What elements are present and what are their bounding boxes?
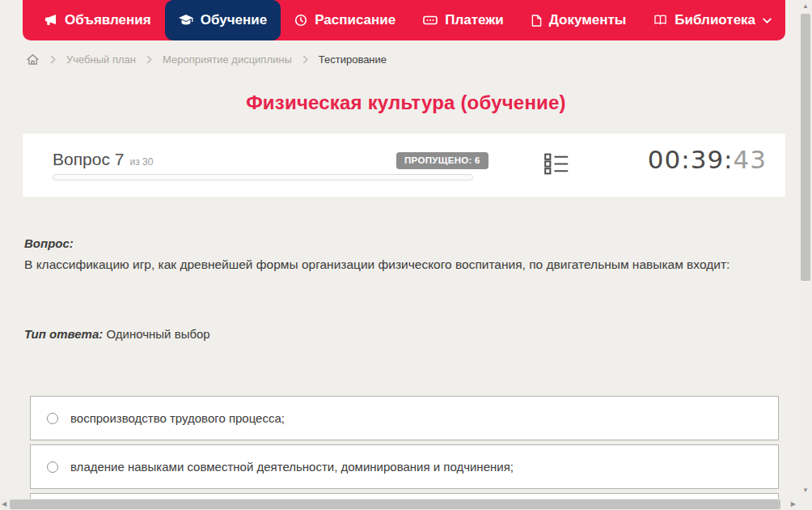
chevron-right-icon <box>302 55 308 64</box>
question-number-row: Вопрос 7 из 30 <box>53 150 153 169</box>
vertical-scrollbar-thumb[interactable] <box>801 14 810 281</box>
answer-option-2[interactable]: владение навыками совместной деятельност… <box>30 444 779 489</box>
question-counter: из 30 <box>129 156 153 168</box>
nav-item-schedule[interactable]: Расписание <box>281 0 409 40</box>
question-text: В классификацию игр, как древнейшей форм… <box>24 254 764 275</box>
nav-item-learning[interactable]: Обучение <box>165 0 281 40</box>
timer: 00:39:43 <box>648 145 767 174</box>
nav-item-label: Обучение <box>201 12 267 28</box>
radio-button-icon[interactable] <box>47 461 58 473</box>
book-icon <box>653 15 667 26</box>
answer-type-value: Одиночный выбор <box>106 327 209 341</box>
nav-item-label: Платежи <box>445 12 504 28</box>
scroll-up-arrow-icon[interactable]: ▲ <box>799 2 812 11</box>
nav-item-label: Расписание <box>315 12 395 28</box>
scroll-down-arrow-icon[interactable]: ▼ <box>799 487 812 495</box>
answer-type-label: Тип ответа: <box>24 327 103 341</box>
breadcrumb: Учебный план Мероприятие дисциплины Тест… <box>26 50 387 68</box>
horizontal-scrollbar[interactable]: ◀ ▶ <box>0 499 799 510</box>
skipped-badge: ПРОПУЩЕНО: 6 <box>396 152 488 169</box>
nav-item-label: Документы <box>549 12 627 28</box>
question-number: Вопрос 7 <box>53 150 124 169</box>
nav-item-library[interactable]: Библиотека <box>640 0 785 40</box>
question-label: Вопрос: <box>24 236 74 250</box>
megaphone-icon <box>44 14 57 27</box>
vertical-scrollbar[interactable]: ▲ ▼ <box>799 0 812 510</box>
document-icon <box>531 15 542 27</box>
progress-bar <box>53 174 473 181</box>
graduation-cap-icon <box>179 15 193 26</box>
chevron-down-icon <box>763 18 772 23</box>
timer-seconds: 43 <box>734 145 767 174</box>
nav-item-label: Объявления <box>65 12 151 28</box>
question-list-icon <box>544 153 569 178</box>
nav-item-documents[interactable]: Документы <box>518 0 641 40</box>
clock-icon <box>294 14 307 27</box>
home-icon[interactable] <box>26 53 40 66</box>
breadcrumb-item-discipline-event[interactable]: Мероприятие дисциплины <box>163 53 292 66</box>
breadcrumb-item-curriculum[interactable]: Учебный план <box>66 53 136 66</box>
answer-option-1[interactable]: воспроизводство трудового процесса; <box>30 396 779 440</box>
nav-item-payments[interactable]: Платежи <box>409 0 518 40</box>
quiz-page: Объявления Обучение Расписание Платежи Д… <box>0 0 812 510</box>
answer-option-text: владение навыками совместной деятельност… <box>70 460 514 474</box>
chevron-right-icon <box>50 55 56 64</box>
radio-button-icon[interactable] <box>47 413 58 424</box>
answer-type-row: Тип ответа: Одиночный выбор <box>24 327 210 341</box>
breadcrumb-item-testing: Тестирование <box>319 53 387 66</box>
page-title: Физическая культура (обучение) <box>0 91 812 114</box>
chevron-right-icon <box>146 55 152 64</box>
nav-item-label: Библиотека <box>675 12 755 28</box>
timer-hours-minutes: 00:39: <box>648 145 734 174</box>
question-list-button[interactable] <box>543 154 569 176</box>
top-navigation: Объявления Обучение Расписание Платежи Д… <box>23 0 785 40</box>
question-header-card: Вопрос 7 из 30 ПРОПУЩЕНО: 6 00:39:43 <box>23 134 785 197</box>
horizontal-scrollbar-thumb[interactable] <box>10 499 780 509</box>
scroll-right-arrow-icon[interactable]: ▶ <box>791 500 796 508</box>
payment-icon <box>423 15 438 26</box>
scroll-left-arrow-icon[interactable]: ◀ <box>2 500 6 508</box>
answer-options: воспроизводство трудового процесса; влад… <box>30 396 779 510</box>
answer-option-text: воспроизводство трудового процесса; <box>70 411 285 425</box>
nav-item-announcements[interactable]: Объявления <box>31 0 165 40</box>
